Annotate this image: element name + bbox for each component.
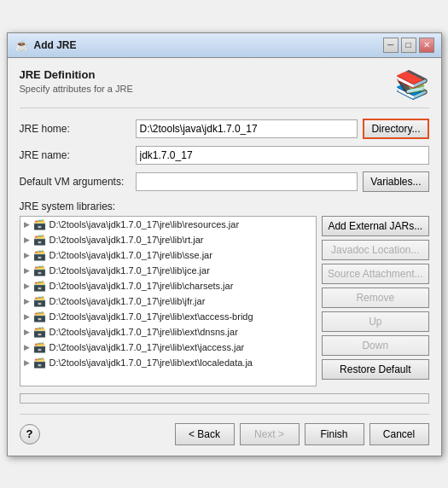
jar-icon: 🗃️	[33, 234, 46, 246]
horizontal-scroll-bar[interactable]	[20, 393, 429, 404]
list-item[interactable]: ▶ 🗃️ D:\2tools\java\jdk1.7.0_17\jre\lib\…	[20, 355, 317, 370]
restore-default-button[interactable]: Restore Default	[322, 359, 428, 380]
cancel-button[interactable]: Cancel	[369, 423, 429, 445]
maximize-button[interactable]: □	[401, 38, 416, 53]
tree-arrow: ▶	[24, 343, 30, 351]
list-item[interactable]: ▶ 🗃️ D:\2tools\java\jdk1.7.0_17\jre\lib\…	[20, 293, 317, 309]
lib-path: D:\2tools\java\jdk1.7.0_17\jre\lib\jfr.j…	[49, 296, 206, 306]
libraries-list[interactable]: ▶ 🗃️ D:\2tools\java\jdk1.7.0_17\jre\lib\…	[20, 216, 317, 386]
jar-icon: 🗃️	[33, 280, 46, 292]
lib-path: D:\2tools\java\jdk1.7.0_17\jre\lib\jce.j…	[49, 265, 210, 276]
tree-arrow: ▶	[24, 282, 30, 290]
window-icon: ☕	[15, 38, 29, 52]
jar-icon: 🗃️	[33, 295, 46, 307]
jre-home-label: JRE home:	[20, 123, 131, 135]
tree-arrow: ▶	[24, 266, 30, 275]
vm-args-row: Default VM arguments: Variables...	[20, 171, 429, 192]
close-button[interactable]: ✕	[419, 38, 434, 53]
next-button[interactable]: Next >	[240, 423, 300, 445]
jar-icon: 🗃️	[33, 218, 46, 230]
lib-path: D:\2tools\java\jdk1.7.0_17\jre\lib\sse.j…	[49, 250, 212, 260]
minimize-button[interactable]: ─	[383, 38, 399, 53]
window: ☕ Add JRE ─ □ ✕ JRE Definition Specify a…	[7, 32, 442, 456]
title-bar-left: ☕ Add JRE	[15, 38, 77, 52]
variables-button[interactable]: Variables...	[363, 171, 428, 192]
lib-path: D:\2tools\java\jdk1.7.0_17\jre\lib\ext\d…	[49, 327, 238, 337]
title-controls: ─ □ ✕	[383, 38, 434, 53]
content-area: JRE Definition Specify attributes for a …	[8, 58, 441, 456]
list-item[interactable]: ▶ 🗃️ D:\2tools\java\jdk1.7.0_17\jre\lib\…	[20, 217, 317, 232]
jar-icon: 🗃️	[33, 249, 46, 261]
jar-icon: 🗃️	[33, 326, 46, 338]
libraries-label: JRE system libraries:	[20, 200, 429, 212]
tree-arrow: ▶	[24, 220, 30, 229]
remove-button[interactable]: Remove	[322, 288, 428, 308]
jre-home-input[interactable]	[136, 119, 358, 138]
help-button[interactable]: ?	[20, 424, 40, 444]
up-button[interactable]: Up	[322, 311, 428, 332]
footer-left: ?	[20, 424, 40, 444]
tree-arrow: ▶	[24, 251, 30, 259]
lib-path: D:\2tools\java\jdk1.7.0_17\jre\lib\chars…	[49, 281, 234, 291]
title-bar: ☕ Add JRE ─ □ ✕	[8, 33, 441, 58]
jar-icon: 🗃️	[33, 311, 46, 322]
jre-name-input[interactable]	[136, 146, 429, 165]
page-title: JRE Definition	[20, 68, 133, 81]
down-button[interactable]: Down	[322, 335, 428, 356]
back-button[interactable]: < Back	[175, 423, 235, 445]
hscroll-track	[20, 394, 428, 403]
vm-args-label: Default VM arguments:	[20, 176, 131, 188]
libraries-section: JRE system libraries: ▶ 🗃️ D:\2tools\jav…	[20, 200, 429, 404]
jar-icon: 🗃️	[33, 341, 46, 353]
add-external-button[interactable]: Add External JARs...	[322, 216, 428, 236]
javadoc-button[interactable]: Javadoc Location...	[322, 240, 428, 260]
lib-path: D:\2tools\java\jdk1.7.0_17\jre\lib\ext\j…	[49, 342, 245, 352]
footer: ? < Back Next > Finish Cancel	[20, 414, 429, 445]
vm-args-input[interactable]	[136, 172, 358, 191]
tree-arrow: ▶	[24, 358, 30, 367]
lib-path: D:\2tools\java\jdk1.7.0_17\jre\lib\ext\a…	[49, 311, 253, 322]
list-item[interactable]: ▶ 🗃️ D:\2tools\java\jdk1.7.0_17\jre\lib\…	[20, 278, 317, 293]
list-item[interactable]: ▶ 🗃️ D:\2tools\java\jdk1.7.0_17\jre\lib\…	[20, 309, 317, 324]
source-attachment-button[interactable]: Source Attachment...	[322, 264, 428, 284]
libraries-container: ▶ 🗃️ D:\2tools\java\jdk1.7.0_17\jre\lib\…	[20, 216, 429, 386]
list-item[interactable]: ▶ 🗃️ D:\2tools\java\jdk1.7.0_17\jre\lib\…	[20, 247, 317, 263]
tree-arrow: ▶	[24, 328, 30, 336]
header-icon: 📚	[395, 68, 429, 101]
list-item[interactable]: ▶ 🗃️ D:\2tools\java\jdk1.7.0_17\jre\lib\…	[20, 232, 317, 247]
page-subtitle: Specify attributes for a JRE	[20, 84, 133, 94]
jre-name-row: JRE name:	[20, 146, 429, 165]
tree-arrow: ▶	[24, 312, 30, 321]
jar-icon: 🗃️	[33, 357, 46, 369]
jar-icon: 🗃️	[33, 264, 46, 276]
jre-name-label: JRE name:	[20, 149, 131, 161]
window-title: Add JRE	[34, 39, 77, 51]
side-buttons: Add External JARs... Javadoc Location...…	[322, 216, 428, 386]
list-item[interactable]: ▶ 🗃️ D:\2tools\java\jdk1.7.0_17\jre\lib\…	[20, 263, 317, 278]
directory-button[interactable]: Directory...	[363, 119, 428, 139]
lib-path: D:\2tools\java\jdk1.7.0_17\jre\lib\resou…	[49, 219, 240, 229]
lib-path: D:\2tools\java\jdk1.7.0_17\jre\lib\rt.ja…	[49, 235, 204, 245]
header-section: JRE Definition Specify attributes for a …	[20, 68, 429, 108]
jre-home-row: JRE home: Directory...	[20, 119, 429, 139]
list-item[interactable]: ▶ 🗃️ D:\2tools\java\jdk1.7.0_17\jre\lib\…	[20, 340, 317, 355]
header-text: JRE Definition Specify attributes for a …	[20, 68, 133, 94]
finish-button[interactable]: Finish	[305, 423, 364, 445]
tree-arrow: ▶	[24, 235, 30, 244]
lib-path: D:\2tools\java\jdk1.7.0_17\jre\lib\ext\l…	[49, 357, 253, 368]
tree-arrow: ▶	[24, 297, 30, 305]
footer-right: < Back Next > Finish Cancel	[175, 423, 429, 445]
list-item[interactable]: ▶ 🗃️ D:\2tools\java\jdk1.7.0_17\jre\lib\…	[20, 324, 317, 340]
